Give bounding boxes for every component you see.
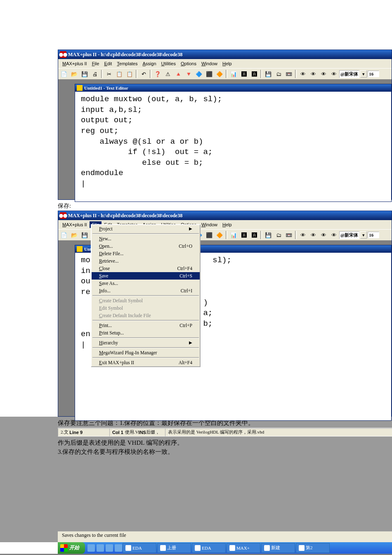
- toolbar-button[interactable]: 👁: [329, 69, 339, 78]
- toolbar-button[interactable]: 🔻: [184, 69, 194, 78]
- fontsize-combo[interactable]: 16: [368, 232, 379, 238]
- toolbar-button[interactable]: 🔺: [173, 69, 183, 78]
- editor-title: Untitled1 - Text Editor: [84, 85, 128, 90]
- toolbar-button[interactable]: 🔷: [194, 69, 204, 78]
- tray-icon[interactable]: [115, 544, 122, 552]
- toolbar-button[interactable]: 👁: [298, 230, 308, 240]
- menu-templates[interactable]: Templates: [114, 60, 140, 67]
- tray-icon[interactable]: [106, 544, 113, 552]
- font-dropdown-icon[interactable]: ▾: [360, 231, 367, 239]
- tray-icon[interactable]: [87, 544, 95, 552]
- toolbar: 📄📂💾🖨✂📋📋↶❓⚠🔺🔻🔷⬛🔶📊🅰🅰💾🗂📼👁👁👁👁@新宋体▾ 16: [58, 68, 392, 80]
- taskbar-item[interactable]: 上册: [157, 543, 191, 553]
- menu-item-deletefile[interactable]: Delete File...: [92, 250, 200, 257]
- tray-icon[interactable]: [97, 544, 104, 552]
- toolbar-button[interactable]: 💾: [80, 230, 90, 240]
- toolbar-button[interactable]: 📊: [229, 230, 239, 240]
- menu-item-open[interactable]: Open...Ctrl+O: [92, 242, 200, 250]
- font-dropdown-icon[interactable]: ▾: [360, 70, 367, 78]
- toolbar-button[interactable]: 🖨: [90, 69, 100, 78]
- toolbar-button[interactable]: 📼: [284, 230, 294, 240]
- menu-item-hierarchy[interactable]: Hierarchy▶: [92, 339, 200, 346]
- toolbar-button[interactable]: ↶: [139, 69, 149, 78]
- menu-assign[interactable]: Assign: [140, 60, 158, 67]
- windows-icon: [60, 544, 68, 552]
- font-combo[interactable]: @新宋体: [339, 231, 359, 239]
- toolbar-button[interactable]: ⬛: [204, 230, 214, 240]
- toolbar-button[interactable]: 💾: [263, 230, 273, 240]
- taskbar: 开始 EDA上册EDAMAX+新建第2: [58, 542, 392, 554]
- menu-window[interactable]: Window: [199, 60, 220, 67]
- toolbar-button[interactable]: 🔶: [215, 69, 224, 78]
- menu-window[interactable]: Window: [199, 221, 220, 228]
- toolbar-button[interactable]: 📊: [229, 69, 239, 78]
- toolbar-button[interactable]: 👁: [319, 230, 328, 240]
- menu-item-info[interactable]: Info...Ctrl+I: [92, 287, 200, 294]
- app-window-1: ⬤⬤ MAX+plus II - h:\d\cpld\decode38\deco…: [58, 50, 392, 200]
- font-combo[interactable]: @新宋体: [339, 70, 359, 78]
- toolbar-button[interactable]: 👁: [298, 69, 308, 78]
- menu-maxplusii[interactable]: MAX+plus II: [60, 221, 90, 228]
- toolbar-button[interactable]: 📂: [69, 69, 79, 78]
- text-editor-window[interactable]: Untitled1 - Text Editor module muxtwo (o…: [75, 84, 392, 202]
- toolbar-button[interactable]: 💾: [80, 69, 90, 78]
- toolbar-button[interactable]: ⬛: [204, 69, 214, 78]
- menu-bar: MAX+plus IIFileEditTemplatesAssignUtilit…: [58, 59, 392, 68]
- menu-item-print[interactable]: Print...Ctrl+P: [92, 322, 200, 329]
- toolbar-button[interactable]: 👁: [329, 230, 339, 240]
- doc-icon: [77, 246, 83, 252]
- menu-file[interactable]: File: [90, 60, 102, 67]
- toolbar-button[interactable]: 💾: [263, 69, 273, 78]
- taskbar-item[interactable]: 新建: [261, 543, 295, 553]
- toolbar-button[interactable]: 📄: [59, 230, 69, 240]
- toolbar-button[interactable]: 🅰: [239, 230, 249, 240]
- menu-item-saveas[interactable]: Save As...: [92, 280, 200, 287]
- note-line-3: 作为后缀是表述使用的是 VHDL 编写的程序。: [58, 438, 392, 448]
- fontsize-combo[interactable]: 16: [368, 71, 379, 77]
- menu-item-close[interactable]: CloseCtrl+F4: [92, 265, 200, 272]
- toolbar-button[interactable]: 👁: [308, 69, 318, 78]
- toolbar-button[interactable]: 📋: [114, 69, 124, 78]
- menu-item-project[interactable]: Project▶: [92, 225, 200, 232]
- title-bar-2[interactable]: ⬤⬤ MAX+plus II - h:\d\cpld\decode38\deco…: [58, 211, 392, 220]
- menu-utilities[interactable]: Utilities: [159, 60, 178, 67]
- taskbar-item[interactable]: MAX+: [227, 543, 260, 553]
- toolbar-button[interactable]: 👁: [319, 69, 328, 78]
- toolbar-button[interactable]: 🔶: [215, 230, 224, 240]
- toolbar-button[interactable]: ⚠: [163, 69, 173, 78]
- taskbar-item[interactable]: EDA: [192, 543, 226, 553]
- toolbar-button[interactable]: ✂: [104, 69, 114, 78]
- menu-help[interactable]: Help: [220, 221, 234, 228]
- toolbar-button[interactable]: ❓: [153, 69, 163, 78]
- menu-item-printsetup[interactable]: Print Setup...: [92, 329, 200, 337]
- toolbar-button[interactable]: 📂: [69, 230, 79, 240]
- menu-item-new[interactable]: New...: [92, 235, 200, 242]
- taskbar-item[interactable]: 第2: [296, 543, 330, 553]
- toolbar-button[interactable]: 📄: [59, 69, 69, 78]
- toolbar-button[interactable]: 🗂: [274, 69, 283, 78]
- menu-item-retrieve[interactable]: Retrieve...: [92, 257, 200, 265]
- menu-item-megawizardpluginmanager[interactable]: MegaWizard Plug-In Manager: [92, 349, 200, 356]
- menu-item-exitmaxplusii[interactable]: Exit MAX+plus IIAlt+F4: [92, 359, 200, 366]
- code-editor[interactable]: module muxtwo (out, a, b, sl); input a,b…: [75, 92, 391, 202]
- toolbar-button[interactable]: 🅰: [249, 230, 259, 240]
- toolbar-button[interactable]: 🅰: [239, 69, 249, 78]
- notes-rest: 作为后缀是表述使用的是 VHDL 编写的程序。 3.保存的文件名要与程序模块的名…: [0, 436, 392, 457]
- menu-maxplusii[interactable]: MAX+plus II: [60, 60, 90, 67]
- task-icon: [299, 545, 305, 551]
- taskbar-item[interactable]: EDA: [123, 543, 156, 553]
- start-button[interactable]: 开始: [58, 542, 85, 554]
- status-col: Col 1使用.VINS后缀，: [109, 428, 169, 436]
- toolbar-button[interactable]: 📼: [284, 69, 294, 78]
- note-line-4: 3.保存的文件名要与程序模块的名称一致。: [58, 447, 392, 457]
- menu-item-save[interactable]: SaveCtrl+S: [92, 272, 200, 280]
- menu-help[interactable]: Help: [220, 60, 234, 67]
- toolbar-button[interactable]: 🅰: [249, 69, 259, 78]
- menu-edit[interactable]: Edit: [102, 60, 114, 67]
- app-window-2: ⬤⬤ MAX+plus II - h:\d\cpld\decode38\deco…: [58, 211, 392, 417]
- toolbar-button[interactable]: 📋: [125, 69, 135, 78]
- title-bar[interactable]: ⬤⬤ MAX+plus II - h:\d\cpld\decode38\deco…: [58, 50, 392, 59]
- toolbar-button[interactable]: 👁: [308, 230, 318, 240]
- toolbar-button[interactable]: 🗂: [274, 230, 283, 240]
- menu-options[interactable]: Options: [178, 60, 199, 67]
